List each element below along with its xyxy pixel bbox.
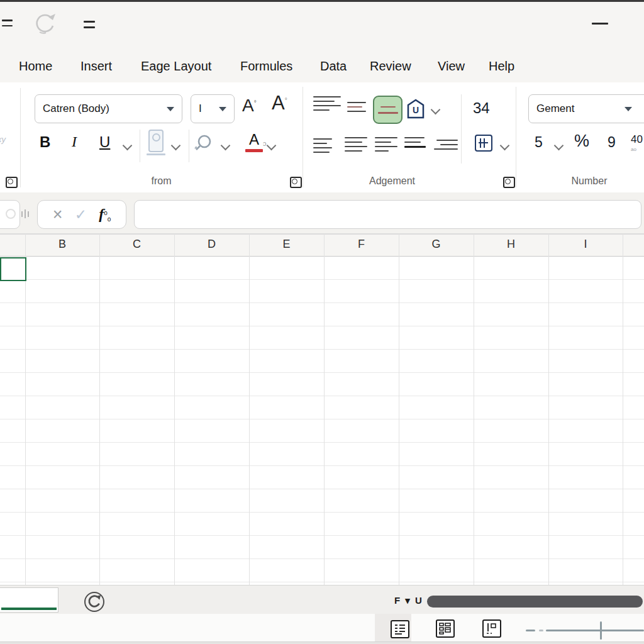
page-break-view-icon[interactable] — [482, 619, 501, 638]
number-format-value: Gement — [536, 103, 574, 115]
active-sheet-underline — [1, 608, 57, 610]
name-box[interactable] — [0, 200, 20, 229]
align-right-icon[interactable] — [375, 137, 397, 152]
tab-data[interactable]: Data — [320, 59, 347, 74]
underline-button[interactable]: U — [99, 133, 110, 151]
zoom-slider[interactable] — [522, 619, 644, 640]
tab-review[interactable]: Review — [370, 59, 411, 74]
chevron-down-icon — [167, 107, 174, 111]
alignment-group-label: Adgement — [303, 175, 482, 187]
zoom-out-icon[interactable] — [526, 630, 535, 631]
enter-icon[interactable]: ✓ — [75, 206, 87, 223]
cancel-icon[interactable]: × — [53, 206, 63, 223]
formula-input[interactable] — [134, 200, 641, 229]
tab-help[interactable]: Help — [489, 59, 514, 74]
font-dialog-launcher-icon[interactable] — [290, 177, 302, 188]
new-sheet-icon[interactable] — [84, 592, 104, 612]
font-size-combo[interactable]: I — [191, 94, 235, 123]
gridline — [399, 234, 399, 585]
align-top-icon[interactable] — [313, 96, 341, 111]
tab-formulas[interactable]: Formules — [240, 59, 292, 74]
increase-indent-icon[interactable] — [433, 140, 458, 150]
borders-icon[interactable] — [148, 130, 165, 155]
chevron-down-icon — [219, 107, 226, 111]
merge-center-icon[interactable] — [475, 135, 492, 152]
normal-view-icon[interactable] — [391, 620, 409, 638]
zoom-track[interactable] — [546, 630, 644, 631]
equals-icon[interactable] — [84, 21, 95, 28]
formula-buttons: × ✓ foo — [37, 200, 126, 229]
chevron-down-icon — [625, 107, 632, 111]
clipboard-dialog-launcher-icon[interactable] — [6, 177, 18, 188]
number-group-label: Number — [528, 175, 644, 187]
font-name-combo[interactable]: Catren (Body) — [35, 94, 182, 123]
window-top-edge — [0, 0, 644, 2]
scroll-hint-label: F ▾ U — [394, 595, 423, 606]
window-bottom-edge — [0, 641, 644, 644]
increase-decimal-button[interactable]: 40 ao — [631, 133, 643, 152]
tab-view[interactable]: View — [438, 59, 465, 74]
gridline — [623, 234, 623, 585]
comma-style-button[interactable]: 9 — [608, 134, 616, 151]
orientation-icon[interactable]: U — [406, 98, 425, 119]
divider — [140, 130, 140, 162]
align-bottom-icon-selected[interactable] — [373, 96, 402, 124]
italic-button[interactable]: I — [72, 133, 77, 150]
column-header-f[interactable]: F — [324, 238, 399, 251]
font-group-label: from — [20, 175, 303, 187]
number-format-combo[interactable]: Gement — [528, 94, 644, 123]
align-left-icon[interactable] — [313, 138, 332, 153]
fill-color-icon[interactable] — [194, 133, 215, 156]
font-color-mark: ɔ — [263, 140, 267, 147]
column-header-e[interactable]: E — [249, 238, 324, 251]
tab-page-layout[interactable]: Eage Layout — [141, 59, 211, 74]
alignment-dialog-launcher-icon[interactable] — [503, 177, 515, 188]
indent-value: 34 — [473, 99, 490, 117]
formula-bar-divider-icon — [21, 209, 29, 218]
menu-equals-icon[interactable] — [2, 19, 13, 26]
gridline — [25, 234, 26, 585]
font-size-value: I — [199, 103, 202, 115]
clipboard-partial-label: xy — [0, 135, 6, 144]
bold-button[interactable]: B — [40, 133, 50, 151]
font-color-button[interactable]: A — [245, 131, 263, 152]
font-color-swatch — [245, 149, 263, 152]
spreadsheet-grid[interactable] — [0, 257, 644, 585]
percent-style-button[interactable]: % — [574, 131, 589, 151]
gridline — [99, 234, 100, 585]
insert-function-icon[interactable]: foo — [99, 206, 111, 223]
shrink-font-button[interactable]: A° — [272, 92, 287, 114]
orientation-letter: U — [406, 105, 425, 115]
grow-font-button[interactable]: A° — [242, 96, 257, 116]
redo-icon[interactable] — [31, 11, 58, 39]
gridline — [324, 234, 325, 585]
column-header-i[interactable]: I — [548, 238, 623, 251]
align-middle-icon[interactable] — [347, 102, 366, 112]
page-layout-view-icon[interactable] — [436, 619, 455, 638]
gridline — [174, 234, 175, 585]
divider — [461, 94, 462, 164]
group-divider — [516, 87, 516, 187]
group-divider — [20, 88, 21, 187]
tab-home[interactable]: Home — [19, 59, 52, 74]
gridline — [474, 234, 474, 585]
accounting-format-button[interactable]: 5 — [535, 134, 543, 151]
name-box-mark — [6, 209, 16, 219]
divider — [189, 130, 189, 162]
zoom-handle[interactable] — [600, 621, 602, 640]
gridline — [249, 234, 250, 585]
column-header-g[interactable]: G — [399, 238, 474, 251]
column-header-d[interactable]: D — [174, 238, 249, 251]
selected-cell[interactable] — [0, 257, 26, 281]
excel-window: Home Insert Eage Layout Formules Data Re… — [0, 0, 644, 644]
column-header-b[interactable]: B — [25, 238, 99, 251]
decrease-indent-icon[interactable] — [404, 137, 426, 148]
align-center-icon[interactable] — [345, 137, 367, 152]
tab-insert[interactable]: Insert — [80, 59, 112, 74]
horizontal-scrollbar-thumb[interactable] — [427, 596, 643, 608]
column-header-h[interactable]: H — [474, 238, 548, 251]
minimize-icon[interactable] — [592, 23, 608, 25]
group-divider — [303, 87, 303, 187]
column-header-c[interactable]: C — [99, 238, 174, 251]
gridline — [548, 234, 549, 585]
